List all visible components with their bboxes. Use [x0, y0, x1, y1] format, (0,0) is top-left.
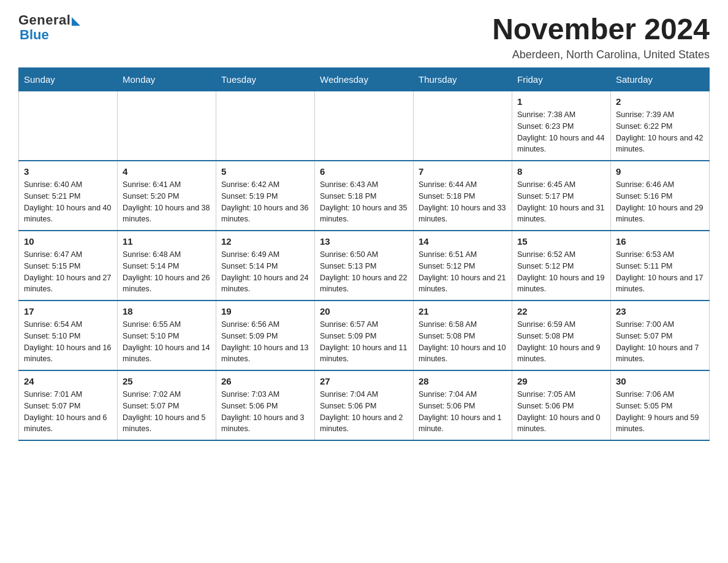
- calendar-header: SundayMondayTuesdayWednesdayThursdayFrid…: [19, 68, 710, 91]
- day-cell: 16Sunrise: 6:53 AM Sunset: 5:11 PM Dayli…: [611, 231, 710, 301]
- day-cell: 15Sunrise: 6:52 AM Sunset: 5:12 PM Dayli…: [512, 231, 611, 301]
- day-cell: 18Sunrise: 6:55 AM Sunset: 5:10 PM Dayli…: [118, 301, 216, 370]
- day-number: 5: [221, 166, 309, 177]
- day-cell: 19Sunrise: 6:56 AM Sunset: 5:09 PM Dayli…: [216, 301, 315, 370]
- day-number: 11: [123, 236, 211, 247]
- day-number: 26: [221, 376, 309, 386]
- day-cell: 26Sunrise: 7:03 AM Sunset: 5:06 PM Dayli…: [216, 370, 315, 440]
- page-header: General Blue November 2024 Aberdeen, Nor…: [18, 12, 710, 61]
- day-info: Sunrise: 6:55 AM Sunset: 5:10 PM Dayligh…: [123, 319, 211, 365]
- day-info: Sunrise: 7:00 AM Sunset: 5:07 PM Dayligh…: [616, 319, 704, 365]
- day-info: Sunrise: 6:54 AM Sunset: 5:10 PM Dayligh…: [24, 319, 112, 365]
- day-info: Sunrise: 6:49 AM Sunset: 5:14 PM Dayligh…: [221, 249, 309, 295]
- header-cell-friday: Friday: [512, 68, 611, 91]
- day-cell: 10Sunrise: 6:47 AM Sunset: 5:15 PM Dayli…: [19, 231, 118, 301]
- day-number: 1: [517, 96, 605, 107]
- week-row-1: 1Sunrise: 7:38 AM Sunset: 6:23 PM Daylig…: [19, 91, 710, 161]
- day-info: Sunrise: 6:41 AM Sunset: 5:20 PM Dayligh…: [123, 179, 211, 225]
- day-info: Sunrise: 6:53 AM Sunset: 5:11 PM Dayligh…: [616, 249, 704, 295]
- day-cell: 23Sunrise: 7:00 AM Sunset: 5:07 PM Dayli…: [611, 301, 710, 370]
- day-number: 3: [24, 166, 112, 177]
- day-cell: 22Sunrise: 6:59 AM Sunset: 5:08 PM Dayli…: [512, 301, 611, 370]
- day-info: Sunrise: 7:04 AM Sunset: 5:06 PM Dayligh…: [320, 389, 408, 435]
- day-number: 24: [24, 376, 112, 386]
- day-number: 10: [24, 236, 112, 247]
- day-number: 21: [419, 306, 507, 316]
- header-cell-monday: Monday: [118, 68, 216, 91]
- day-cell: [118, 91, 216, 161]
- day-cell: 8Sunrise: 6:45 AM Sunset: 5:17 PM Daylig…: [512, 161, 611, 231]
- day-info: Sunrise: 7:38 AM Sunset: 6:23 PM Dayligh…: [517, 109, 605, 155]
- day-number: 29: [517, 376, 605, 386]
- title-area: November 2024 Aberdeen, North Carolina, …: [492, 12, 710, 61]
- header-cell-saturday: Saturday: [611, 68, 710, 91]
- day-cell: 7Sunrise: 6:44 AM Sunset: 5:18 PM Daylig…: [414, 161, 512, 231]
- day-cell: 1Sunrise: 7:38 AM Sunset: 6:23 PM Daylig…: [512, 91, 611, 161]
- logo: General Blue: [18, 12, 80, 43]
- day-info: Sunrise: 6:59 AM Sunset: 5:08 PM Dayligh…: [517, 319, 605, 365]
- day-cell: 13Sunrise: 6:50 AM Sunset: 5:13 PM Dayli…: [315, 231, 414, 301]
- day-cell: 27Sunrise: 7:04 AM Sunset: 5:06 PM Dayli…: [315, 370, 414, 440]
- day-info: Sunrise: 7:39 AM Sunset: 6:22 PM Dayligh…: [616, 109, 704, 155]
- day-cell: 20Sunrise: 6:57 AM Sunset: 5:09 PM Dayli…: [315, 301, 414, 370]
- day-number: 25: [123, 376, 211, 386]
- day-number: 8: [517, 166, 605, 177]
- day-number: 4: [123, 166, 211, 177]
- day-info: Sunrise: 6:48 AM Sunset: 5:14 PM Dayligh…: [123, 249, 211, 295]
- day-info: Sunrise: 6:47 AM Sunset: 5:15 PM Dayligh…: [24, 249, 112, 295]
- day-number: 27: [320, 376, 408, 386]
- day-cell: 6Sunrise: 6:43 AM Sunset: 5:18 PM Daylig…: [315, 161, 414, 231]
- day-number: 9: [616, 166, 704, 177]
- week-row-4: 17Sunrise: 6:54 AM Sunset: 5:10 PM Dayli…: [19, 301, 710, 370]
- header-row: SundayMondayTuesdayWednesdayThursdayFrid…: [19, 68, 710, 91]
- week-row-5: 24Sunrise: 7:01 AM Sunset: 5:07 PM Dayli…: [19, 370, 710, 440]
- week-row-2: 3Sunrise: 6:40 AM Sunset: 5:21 PM Daylig…: [19, 161, 710, 231]
- header-cell-sunday: Sunday: [19, 68, 118, 91]
- calendar-body: 1Sunrise: 7:38 AM Sunset: 6:23 PM Daylig…: [19, 91, 710, 441]
- day-cell: [216, 91, 315, 161]
- day-number: 18: [123, 306, 211, 316]
- day-number: 13: [320, 236, 408, 247]
- day-number: 15: [517, 236, 605, 247]
- day-cell: 29Sunrise: 7:05 AM Sunset: 5:06 PM Dayli…: [512, 370, 611, 440]
- day-info: Sunrise: 6:45 AM Sunset: 5:17 PM Dayligh…: [517, 179, 605, 225]
- month-title: November 2024: [492, 12, 710, 46]
- day-number: 22: [517, 306, 605, 316]
- day-number: 17: [24, 306, 112, 316]
- day-info: Sunrise: 7:03 AM Sunset: 5:06 PM Dayligh…: [221, 389, 309, 435]
- day-number: 28: [419, 376, 507, 386]
- day-info: Sunrise: 6:43 AM Sunset: 5:18 PM Dayligh…: [320, 179, 408, 225]
- day-info: Sunrise: 6:51 AM Sunset: 5:12 PM Dayligh…: [419, 249, 507, 295]
- day-cell: 24Sunrise: 7:01 AM Sunset: 5:07 PM Dayli…: [19, 370, 118, 440]
- day-info: Sunrise: 6:40 AM Sunset: 5:21 PM Dayligh…: [24, 179, 112, 225]
- day-number: 23: [616, 306, 704, 316]
- day-info: Sunrise: 6:50 AM Sunset: 5:13 PM Dayligh…: [320, 249, 408, 295]
- day-number: 14: [419, 236, 507, 247]
- day-cell: 12Sunrise: 6:49 AM Sunset: 5:14 PM Dayli…: [216, 231, 315, 301]
- day-cell: [19, 91, 118, 161]
- day-cell: 11Sunrise: 6:48 AM Sunset: 5:14 PM Dayli…: [118, 231, 216, 301]
- day-info: Sunrise: 6:44 AM Sunset: 5:18 PM Dayligh…: [419, 179, 507, 225]
- day-info: Sunrise: 6:42 AM Sunset: 5:19 PM Dayligh…: [221, 179, 309, 225]
- calendar-table: SundayMondayTuesdayWednesdayThursdayFrid…: [18, 67, 710, 441]
- day-info: Sunrise: 7:02 AM Sunset: 5:07 PM Dayligh…: [123, 389, 211, 435]
- logo-blue-text: Blue: [18, 27, 49, 43]
- day-cell: 3Sunrise: 6:40 AM Sunset: 5:21 PM Daylig…: [19, 161, 118, 231]
- day-info: Sunrise: 6:57 AM Sunset: 5:09 PM Dayligh…: [320, 319, 408, 365]
- day-cell: 5Sunrise: 6:42 AM Sunset: 5:19 PM Daylig…: [216, 161, 315, 231]
- day-number: 2: [616, 96, 704, 107]
- day-cell: 9Sunrise: 6:46 AM Sunset: 5:16 PM Daylig…: [611, 161, 710, 231]
- day-info: Sunrise: 7:05 AM Sunset: 5:06 PM Dayligh…: [517, 389, 605, 435]
- day-cell: 4Sunrise: 6:41 AM Sunset: 5:20 PM Daylig…: [118, 161, 216, 231]
- day-info: Sunrise: 6:58 AM Sunset: 5:08 PM Dayligh…: [419, 319, 507, 365]
- day-cell: 17Sunrise: 6:54 AM Sunset: 5:10 PM Dayli…: [19, 301, 118, 370]
- day-number: 19: [221, 306, 309, 316]
- day-cell: 2Sunrise: 7:39 AM Sunset: 6:22 PM Daylig…: [611, 91, 710, 161]
- day-cell: 14Sunrise: 6:51 AM Sunset: 5:12 PM Dayli…: [414, 231, 512, 301]
- day-cell: 30Sunrise: 7:06 AM Sunset: 5:05 PM Dayli…: [611, 370, 710, 440]
- day-number: 6: [320, 166, 408, 177]
- day-info: Sunrise: 7:06 AM Sunset: 5:05 PM Dayligh…: [616, 389, 704, 435]
- header-cell-wednesday: Wednesday: [315, 68, 414, 91]
- day-cell: [315, 91, 414, 161]
- day-number: 7: [419, 166, 507, 177]
